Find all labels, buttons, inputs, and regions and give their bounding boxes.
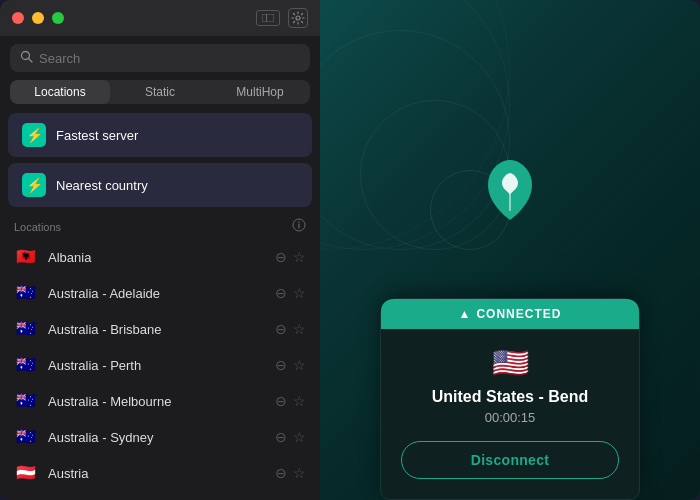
svg-point-2 bbox=[296, 16, 300, 20]
flag-austria: 🇦🇹 bbox=[14, 464, 38, 482]
disconnect-button[interactable]: Disconnect bbox=[401, 441, 619, 479]
search-bar bbox=[0, 36, 320, 80]
signal-icon[interactable]: ⊖ bbox=[275, 465, 287, 481]
flag-au-melbourne: 🇦🇺 bbox=[14, 392, 38, 410]
title-bar bbox=[0, 0, 320, 36]
window-icon bbox=[256, 10, 280, 26]
nearest-country-button[interactable]: ⚡ Nearest country bbox=[8, 163, 312, 207]
list-item[interactable]: 🇦🇺 Australia - Melbourne ⊖ ☆ bbox=[4, 383, 316, 419]
maximize-button[interactable] bbox=[52, 12, 64, 24]
nearest-country-label: Nearest country bbox=[56, 178, 148, 193]
list-item[interactable]: 🇦🇺 Australia - Brisbane ⊖ ☆ bbox=[4, 311, 316, 347]
bolt-icon: ⚡ bbox=[22, 123, 46, 147]
flag-au-perth: 🇦🇺 bbox=[14, 356, 38, 374]
location-name: Australia - Brisbane bbox=[48, 322, 265, 337]
location-actions: ⊖ ☆ bbox=[275, 393, 306, 409]
connected-time: 00:00:15 bbox=[401, 410, 619, 425]
search-input[interactable] bbox=[39, 51, 300, 66]
left-panel: Locations Static MultiHop ⚡ Fastest serv… bbox=[0, 0, 320, 500]
fastest-server-label: Fastest server bbox=[56, 128, 138, 143]
star-icon[interactable]: ☆ bbox=[293, 393, 306, 409]
list-item[interactable]: 🇦🇿 Azerbaijan ⊖ ☆ bbox=[4, 491, 316, 500]
info-icon bbox=[292, 218, 306, 235]
right-panel: ▲ CONNECTED 🇺🇸 United States - Bend 00:0… bbox=[320, 0, 700, 500]
list-item[interactable]: 🇦🇱 Albania ⊖ ☆ bbox=[4, 239, 316, 275]
location-name: Australia - Sydney bbox=[48, 430, 265, 445]
star-icon[interactable]: ☆ bbox=[293, 321, 306, 337]
surfshark-logo bbox=[480, 155, 540, 225]
tab-multihop[interactable]: MultiHop bbox=[210, 80, 310, 104]
locations-header: Locations bbox=[0, 210, 320, 239]
search-icon bbox=[20, 50, 33, 66]
signal-icon[interactable]: ⊖ bbox=[275, 249, 287, 265]
star-icon[interactable]: ☆ bbox=[293, 465, 306, 481]
list-item[interactable]: 🇦🇹 Austria ⊖ ☆ bbox=[4, 455, 316, 491]
star-icon[interactable]: ☆ bbox=[293, 285, 306, 301]
location-actions: ⊖ ☆ bbox=[275, 249, 306, 265]
svg-point-7 bbox=[298, 222, 299, 223]
signal-icon[interactable]: ⊖ bbox=[275, 321, 287, 337]
flag-au-brisbane: 🇦🇺 bbox=[14, 320, 38, 338]
fastest-server-button[interactable]: ⚡ Fastest server bbox=[8, 113, 312, 157]
close-button[interactable] bbox=[12, 12, 24, 24]
flag-au-adelaide: 🇦🇺 bbox=[14, 284, 38, 302]
locations-label: Locations bbox=[14, 221, 61, 233]
list-item[interactable]: 🇦🇺 Australia - Sydney ⊖ ☆ bbox=[4, 419, 316, 455]
connected-flag: 🇺🇸 bbox=[401, 345, 619, 380]
svg-rect-0 bbox=[262, 14, 274, 22]
location-name: Australia - Perth bbox=[48, 358, 265, 373]
location-name: Austria bbox=[48, 466, 265, 481]
flag-au-sydney: 🇦🇺 bbox=[14, 428, 38, 446]
flag-albania: 🇦🇱 bbox=[14, 248, 38, 266]
location-name: Australia - Adelaide bbox=[48, 286, 265, 301]
signal-icon[interactable]: ⊖ bbox=[275, 357, 287, 373]
location-actions: ⊖ ☆ bbox=[275, 285, 306, 301]
location-name: Albania bbox=[48, 250, 265, 265]
connected-body: 🇺🇸 United States - Bend 00:00:15 Disconn… bbox=[381, 329, 639, 479]
star-icon[interactable]: ☆ bbox=[293, 357, 306, 373]
bolt-icon-2: ⚡ bbox=[22, 173, 46, 197]
connected-header: ▲ CONNECTED bbox=[381, 299, 639, 329]
location-name: Australia - Melbourne bbox=[48, 394, 265, 409]
signal-icon[interactable]: ⊖ bbox=[275, 285, 287, 301]
location-list: 🇦🇱 Albania ⊖ ☆ 🇦🇺 Australia - Adelaide ⊖… bbox=[0, 239, 320, 500]
signal-icon[interactable]: ⊖ bbox=[275, 429, 287, 445]
list-item[interactable]: 🇦🇺 Australia - Perth ⊖ ☆ bbox=[4, 347, 316, 383]
settings-icon[interactable] bbox=[288, 8, 308, 28]
star-icon[interactable]: ☆ bbox=[293, 249, 306, 265]
list-item[interactable]: 🇦🇺 Australia - Adelaide ⊖ ☆ bbox=[4, 275, 316, 311]
svg-line-4 bbox=[29, 59, 33, 63]
tab-locations[interactable]: Locations bbox=[10, 80, 110, 104]
location-actions: ⊖ ☆ bbox=[275, 465, 306, 481]
signal-icon[interactable]: ⊖ bbox=[275, 393, 287, 409]
title-bar-icons bbox=[256, 8, 308, 28]
chevron-up-icon: ▲ bbox=[459, 307, 471, 321]
minimize-button[interactable] bbox=[32, 12, 44, 24]
tab-bar: Locations Static MultiHop bbox=[10, 80, 310, 104]
location-actions: ⊖ ☆ bbox=[275, 321, 306, 337]
star-icon[interactable]: ☆ bbox=[293, 429, 306, 445]
search-wrapper bbox=[10, 44, 310, 72]
tab-static[interactable]: Static bbox=[110, 80, 210, 104]
location-actions: ⊖ ☆ bbox=[275, 429, 306, 445]
connected-card: ▲ CONNECTED 🇺🇸 United States - Bend 00:0… bbox=[380, 298, 640, 500]
connection-status: CONNECTED bbox=[476, 307, 561, 321]
location-actions: ⊖ ☆ bbox=[275, 357, 306, 373]
svg-rect-1 bbox=[266, 14, 267, 22]
connected-country: United States - Bend bbox=[401, 388, 619, 406]
